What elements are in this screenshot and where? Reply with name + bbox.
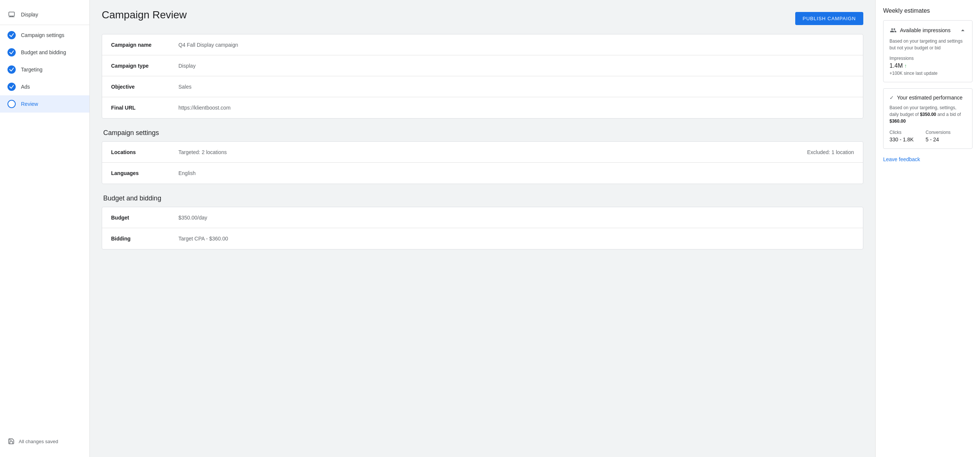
main-content: Campaign Review PUBLISH CAMPAIGN Campaig… (90, 0, 875, 457)
performance-stats: Clicks 330 - 1.8K Conversions 5 - 24 (889, 130, 966, 142)
sidebar-item-label: Display (21, 11, 38, 18)
campaign-info-card: Campaign name Q4 Fall Display campaign C… (102, 34, 863, 119)
all-changes-saved: All changes saved (0, 432, 89, 451)
sidebar-item-label: Ads (21, 84, 30, 90)
available-impressions-card: Available impressions Based on your targ… (883, 20, 972, 82)
objective-label: Objective (111, 84, 178, 90)
publish-campaign-button[interactable]: PUBLISH CAMPAIGN (795, 12, 863, 25)
table-row: Languages English (102, 163, 863, 184)
available-impressions-desc: Based on your targeting and settings but… (889, 38, 966, 51)
budget-label: Budget (111, 215, 178, 221)
all-changes-saved-label: All changes saved (19, 439, 58, 444)
sidebar-divider (0, 25, 89, 25)
campaign-type-value: Display (178, 63, 854, 69)
sidebar-item-ads[interactable]: Ads (0, 78, 89, 96)
clicks-label: Clicks (889, 130, 914, 135)
locations-excluded-value: Excluded: 1 location (807, 149, 854, 155)
weekly-estimates-title: Weekly estimates (883, 8, 972, 14)
page-title: Campaign Review (102, 9, 187, 21)
bidding-value: Target CPA - $360.00 (178, 236, 854, 242)
conversions-value: 5 - 24 (926, 137, 951, 142)
sidebar: Display Campaign settings Budget and bid… (0, 0, 90, 457)
sidebar-item-label: Review (21, 101, 38, 107)
campaign-type-label: Campaign type (111, 63, 178, 69)
available-impressions-title: Available impressions (889, 27, 950, 34)
table-row: Bidding Target CPA - $360.00 (102, 228, 863, 249)
estimated-performance-card: ✓ Your estimated performance Based on yo… (883, 88, 972, 149)
check-icon (8, 31, 16, 39)
campaign-name-label: Campaign name (111, 42, 178, 48)
check-icon (8, 65, 16, 74)
impressions-arrow: ↑ (904, 63, 907, 69)
conversions-label: Conversions (926, 130, 951, 135)
sidebar-item-review[interactable]: Review (0, 96, 89, 113)
available-impressions-header: Available impressions (889, 27, 966, 34)
bidding-label: Bidding (111, 236, 178, 242)
table-row: Locations Targeted: 2 locations Excluded… (102, 142, 863, 163)
clicks-value: 330 - 1.8K (889, 137, 914, 142)
leave-feedback-link[interactable]: Leave feedback (883, 156, 920, 162)
estimated-performance-title: Your estimated performance (897, 95, 963, 100)
sidebar-item-targeting[interactable]: Targeting (0, 61, 89, 78)
sidebar-item-budget-and-bidding[interactable]: Budget and bidding (0, 44, 89, 61)
final-url-label: Final URL (111, 105, 178, 111)
estimated-performance-header: ✓ Your estimated performance (889, 95, 966, 100)
impressions-since: +100K since last update (889, 71, 966, 76)
impressions-value: 1.4M ↑ (889, 62, 966, 69)
check-icon (8, 83, 16, 91)
sidebar-item-display[interactable]: Display (0, 6, 89, 23)
trend-icon: ✓ (889, 95, 894, 100)
budget-bidding-section: Budget and bidding Budget $350.00/day Bi… (102, 194, 863, 250)
campaign-settings-title: Campaign settings (102, 129, 863, 137)
check-icon (8, 48, 16, 56)
table-row: Final URL https://klientboost.com (102, 97, 863, 118)
locations-label: Locations (111, 149, 178, 155)
display-icon (8, 11, 16, 19)
campaign-settings-section: Campaign settings Locations Targeted: 2 … (102, 129, 863, 184)
campaign-name-value: Q4 Fall Display campaign (178, 42, 854, 48)
sidebar-item-label: Targeting (21, 67, 43, 73)
sidebar-item-label: Budget and bidding (21, 49, 66, 55)
table-row: Budget $350.00/day (102, 207, 863, 228)
impressions-number: 1.4M (889, 62, 903, 69)
impressions-label: Impressions (889, 56, 966, 61)
page-header: Campaign Review PUBLISH CAMPAIGN (102, 9, 863, 25)
budget-bidding-card: Budget $350.00/day Bidding Target CPA - … (102, 207, 863, 250)
available-impressions-label: Available impressions (900, 27, 950, 33)
objective-value: Sales (178, 84, 854, 90)
sidebar-item-campaign-settings[interactable]: Campaign settings (0, 27, 89, 44)
languages-value: English (178, 170, 854, 176)
table-row: Objective Sales (102, 76, 863, 97)
estimated-performance-desc: Based on your targeting, settings, daily… (889, 104, 966, 124)
budget-bidding-title: Budget and bidding (102, 194, 863, 202)
save-icon (8, 438, 15, 445)
right-panel: Weekly estimates Available impressions B… (875, 0, 980, 457)
clicks-stat: Clicks 330 - 1.8K (889, 130, 914, 142)
svg-rect-0 (9, 12, 14, 16)
table-row: Campaign type Display (102, 55, 863, 76)
conversions-stat: Conversions 5 - 24 (926, 130, 951, 142)
final-url-value: https://klientboost.com (178, 105, 854, 111)
locations-targeted-value: Targeted: 2 locations (178, 149, 792, 155)
people-icon (889, 27, 897, 34)
budget-value: $350.00/day (178, 215, 854, 221)
circle-icon (8, 100, 16, 108)
campaign-settings-card: Locations Targeted: 2 locations Excluded… (102, 142, 863, 184)
sidebar-item-label: Campaign settings (21, 32, 64, 38)
table-row: Campaign name Q4 Fall Display campaign (102, 34, 863, 55)
languages-label: Languages (111, 170, 178, 176)
campaign-info-section: Campaign name Q4 Fall Display campaign C… (102, 34, 863, 119)
collapse-impressions-button[interactable] (959, 27, 966, 33)
